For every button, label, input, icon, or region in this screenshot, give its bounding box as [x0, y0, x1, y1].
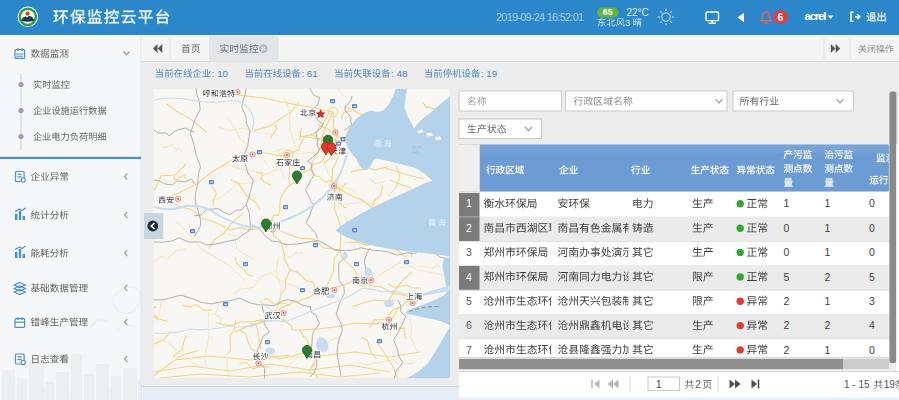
svg-text:2: 2: [466, 222, 472, 234]
svg-text:acrel: acrel: [805, 10, 827, 22]
svg-text:1: 1: [466, 197, 472, 209]
svg-text:5: 5: [784, 271, 790, 283]
svg-text:6: 6: [778, 11, 784, 23]
svg-text:3: 3: [466, 246, 472, 258]
svg-text:65: 65: [603, 7, 613, 17]
svg-text:2: 2: [784, 344, 790, 356]
svg-text:1: 1: [784, 197, 790, 209]
svg-text:3: 3: [625, 18, 633, 28]
svg-text:: 48: : 48: [391, 68, 408, 79]
svg-text:2: 2: [784, 319, 790, 331]
svg-text:2: 2: [784, 295, 790, 307]
svg-text:0: 0: [869, 222, 875, 234]
svg-text:3: 3: [869, 295, 875, 307]
svg-text:2: 2: [695, 379, 701, 390]
svg-text:0: 0: [869, 344, 875, 356]
svg-text:0: 0: [784, 222, 790, 234]
svg-text:1: 1: [825, 197, 831, 209]
svg-text:2019-09-24 16:52:01: 2019-09-24 16:52:01: [496, 11, 584, 23]
svg-text:0: 0: [869, 197, 875, 209]
svg-text:1: 1: [656, 379, 662, 390]
svg-text:4: 4: [869, 319, 875, 331]
svg-text:: 61: : 61: [301, 68, 317, 79]
svg-text:0: 0: [869, 246, 875, 258]
svg-text:5: 5: [466, 295, 472, 307]
svg-text:6: 6: [466, 319, 472, 331]
svg-text:19: 19: [884, 379, 896, 390]
svg-text:2: 2: [825, 271, 831, 283]
svg-text:7: 7: [466, 344, 472, 356]
svg-text:1: 1: [825, 222, 831, 234]
svg-text:22°C: 22°C: [627, 7, 649, 18]
svg-text:1: 1: [825, 344, 831, 356]
svg-text:: 19: : 19: [481, 68, 497, 79]
svg-text:2: 2: [825, 319, 831, 331]
svg-text:0: 0: [784, 246, 790, 258]
svg-text:1: 1: [825, 246, 831, 258]
svg-text:1 - 15: 1 - 15: [844, 379, 870, 390]
svg-text:: 10: : 10: [212, 68, 229, 79]
svg-text:5: 5: [869, 271, 875, 283]
svg-text:1: 1: [825, 295, 831, 307]
svg-text:4: 4: [466, 271, 472, 283]
